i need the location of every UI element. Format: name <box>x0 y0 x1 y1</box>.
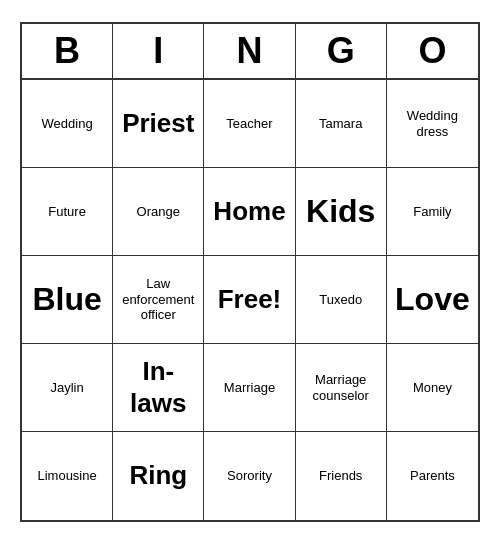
bingo-cell: Kids <box>296 168 387 256</box>
cell-text: Tamara <box>319 116 362 132</box>
cell-text: Home <box>213 196 285 227</box>
cell-text: Friends <box>319 468 362 484</box>
cell-text: Love <box>395 280 470 318</box>
bingo-cell: Marriage counselor <box>296 344 387 432</box>
bingo-cell: Marriage <box>204 344 295 432</box>
cell-text: Ring <box>129 460 187 491</box>
bingo-cell: Wedding <box>22 80 113 168</box>
bingo-cell: Parents <box>387 432 478 520</box>
bingo-grid: WeddingPriestTeacherTamaraWedding dressF… <box>22 80 478 520</box>
bingo-cell: Family <box>387 168 478 256</box>
cell-text: In-laws <box>117 356 199 418</box>
cell-text: Limousine <box>37 468 96 484</box>
bingo-cell: Tamara <box>296 80 387 168</box>
bingo-cell: Wedding dress <box>387 80 478 168</box>
bingo-cell: In-laws <box>113 344 204 432</box>
cell-text: Teacher <box>226 116 272 132</box>
cell-text: Sorority <box>227 468 272 484</box>
cell-text: Money <box>413 380 452 396</box>
cell-text: Kids <box>306 192 375 230</box>
cell-text: Future <box>48 204 86 220</box>
header-letter: B <box>22 24 113 78</box>
cell-text: Priest <box>122 108 194 139</box>
bingo-cell: Love <box>387 256 478 344</box>
cell-text: Family <box>413 204 451 220</box>
bingo-cell: Orange <box>113 168 204 256</box>
cell-text: Wedding <box>42 116 93 132</box>
header-letter: O <box>387 24 478 78</box>
cell-text: Blue <box>32 280 101 318</box>
bingo-cell: Tuxedo <box>296 256 387 344</box>
header-letter: N <box>204 24 295 78</box>
bingo-cell: Teacher <box>204 80 295 168</box>
bingo-cell: Ring <box>113 432 204 520</box>
bingo-cell: Law enforcement officer <box>113 256 204 344</box>
header-letter: G <box>296 24 387 78</box>
bingo-cell: Free! <box>204 256 295 344</box>
cell-text: Marriage counselor <box>300 372 382 403</box>
header-letter: I <box>113 24 204 78</box>
cell-text: Free! <box>218 284 282 315</box>
cell-text: Wedding dress <box>391 108 474 139</box>
cell-text: Law enforcement officer <box>117 276 199 323</box>
bingo-cell: Friends <box>296 432 387 520</box>
cell-text: Tuxedo <box>319 292 362 308</box>
bingo-cell: Priest <box>113 80 204 168</box>
bingo-cell: Limousine <box>22 432 113 520</box>
cell-text: Jaylin <box>50 380 83 396</box>
bingo-card: BINGO WeddingPriestTeacherTamaraWedding … <box>20 22 480 522</box>
cell-text: Parents <box>410 468 455 484</box>
cell-text: Orange <box>137 204 180 220</box>
bingo-cell: Jaylin <box>22 344 113 432</box>
bingo-cell: Sorority <box>204 432 295 520</box>
bingo-header: BINGO <box>22 24 478 80</box>
bingo-cell: Blue <box>22 256 113 344</box>
bingo-cell: Future <box>22 168 113 256</box>
bingo-cell: Money <box>387 344 478 432</box>
bingo-cell: Home <box>204 168 295 256</box>
cell-text: Marriage <box>224 380 275 396</box>
